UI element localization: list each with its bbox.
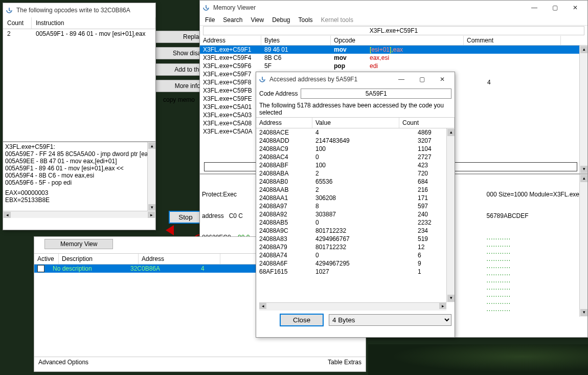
vscrollbar[interactable]: ▴ ▾ bbox=[147, 142, 155, 211]
scroll-down-icon[interactable]: ▾ bbox=[447, 295, 455, 302]
scroll-down-icon[interactable]: ▾ bbox=[580, 309, 587, 316]
hex-vscrollbar[interactable]: ▴ ▾ bbox=[579, 174, 587, 317]
ce-icon bbox=[202, 4, 210, 12]
accessed-row[interactable]: 24088ABA2720 bbox=[256, 169, 455, 178]
col-opcode[interactable]: Opcode bbox=[331, 36, 464, 45]
hex-ascii-header: 56789ABCDEF bbox=[487, 212, 579, 219]
close-button[interactable]: Close bbox=[280, 314, 324, 326]
reg-line: EBX=25133B8E bbox=[5, 196, 153, 204]
accessed-list[interactable]: 24088ACE4486924088ADD2147483649320724088… bbox=[256, 128, 455, 302]
disasm-row[interactable]: X3FL.exe+C59F189 46 01mov[esi+01],eax bbox=[200, 46, 587, 54]
menu-kernel-tools[interactable]: Kernel tools bbox=[321, 16, 353, 24]
close-button[interactable]: ✕ bbox=[565, 1, 585, 15]
accessed-row[interactable]: 24088A7980171223212 bbox=[256, 243, 455, 251]
minimize-button[interactable]: — bbox=[524, 1, 545, 15]
col-comment[interactable]: Comment bbox=[464, 36, 561, 45]
scroll-up-icon[interactable]: ▴ bbox=[580, 46, 587, 53]
hex-ascii-row: ........... bbox=[487, 241, 579, 248]
menu-view[interactable]: View bbox=[251, 16, 264, 24]
disasm-line: 005A59F4 - 8B C6 - mov eax,esi bbox=[5, 172, 153, 179]
accessed-row[interactable]: 24088A7406 bbox=[256, 251, 455, 259]
accessed-row[interactable]: 24088AC91001104 bbox=[256, 145, 455, 153]
menu-tools[interactable]: Tools bbox=[299, 16, 313, 24]
close-button[interactable]: ✕ bbox=[432, 72, 453, 86]
hscrollbar[interactable]: ◂ ▸ bbox=[259, 302, 446, 311]
scroll-left-icon[interactable]: ◂ bbox=[259, 303, 266, 309]
accessed-row[interactable]: 24088AB065536684 bbox=[256, 178, 455, 186]
advanced-options-button[interactable]: Advanced Options bbox=[34, 357, 324, 367]
col-value[interactable]: Value bbox=[312, 118, 399, 128]
accessed-row[interactable]: 24088ACE44869 bbox=[256, 128, 455, 137]
menu-file[interactable]: File bbox=[205, 16, 215, 24]
menu-debug[interactable]: Debug bbox=[272, 16, 290, 24]
hex-ascii-row: ........... bbox=[487, 248, 579, 255]
row-description: No description bbox=[53, 265, 130, 272]
window-title: Accessed addresses by 5A59F1 bbox=[269, 76, 391, 83]
table-extras-button[interactable]: Table Extras bbox=[324, 357, 366, 367]
accessed-row[interactable]: 24088A9C801712232234 bbox=[256, 227, 455, 235]
scroll-right-icon[interactable]: ▸ bbox=[439, 303, 446, 309]
accessed-row[interactable]: 24088A834294966767519 bbox=[256, 235, 455, 243]
col-count[interactable]: Count bbox=[399, 118, 455, 128]
scroll-right-icon[interactable]: ▸ bbox=[148, 212, 155, 218]
stop-button[interactable]: Stop bbox=[169, 211, 202, 224]
hex-ascii-row: ........... bbox=[487, 298, 579, 305]
accessed-addresses-window: Accessed addresses by 5A59F1 — ▢ ✕ Code … bbox=[256, 72, 455, 338]
scroll-down-icon[interactable]: ▾ bbox=[580, 166, 587, 173]
accessed-row[interactable]: 24088A978597 bbox=[256, 202, 455, 210]
col-address[interactable]: Address bbox=[139, 254, 220, 264]
col-description[interactable]: Description bbox=[59, 254, 139, 264]
hscrollbar[interactable]: ◂ ▸ bbox=[3, 211, 155, 218]
red-triangle-icon bbox=[166, 225, 174, 235]
accessed-row[interactable]: 24088AC402727 bbox=[256, 153, 455, 161]
vscrollbar[interactable]: ▴ ▾ bbox=[446, 128, 455, 302]
scroll-up-icon[interactable]: ▴ bbox=[447, 129, 455, 136]
disasm-row[interactable]: X3FL.exe+C59F65Fpopedi bbox=[200, 62, 587, 70]
minimize-button[interactable]: — bbox=[391, 72, 412, 86]
col-active[interactable]: Active bbox=[34, 254, 59, 264]
scroll-left-icon[interactable]: ◂ bbox=[4, 212, 11, 218]
memory-view-button[interactable]: Memory View bbox=[44, 239, 113, 249]
vscrollbar[interactable]: ▴ ▾ bbox=[579, 46, 587, 173]
hex-ascii-row: ........... bbox=[487, 234, 579, 241]
col-count[interactable]: Count bbox=[3, 17, 32, 29]
col-address[interactable]: Address bbox=[200, 36, 261, 45]
ce-icon bbox=[258, 75, 266, 83]
disasm-line: 005A59F6 - 5F - pop edi bbox=[5, 179, 153, 186]
ce-icon bbox=[5, 6, 13, 14]
accessed-row[interactable]: 24088ABF100423 bbox=[256, 161, 455, 169]
scroll-down-icon[interactable]: ▾ bbox=[148, 204, 155, 210]
menu-search[interactable]: Search bbox=[223, 16, 242, 24]
accessed-row[interactable]: 24088ADD21474836493207 bbox=[256, 137, 455, 145]
value-type-select[interactable]: 4 Bytes bbox=[329, 314, 451, 326]
code-address-label: Code Address bbox=[259, 90, 298, 97]
hex-ascii-row: ........... bbox=[487, 291, 579, 298]
accessed-row[interactable]: 24088A6F42949672959 bbox=[256, 259, 455, 268]
hex-ascii-row: ........... bbox=[487, 284, 579, 291]
col-bytes[interactable]: Bytes bbox=[261, 36, 331, 45]
opcode-row[interactable]: 2 005A59F1 - 89 46 01 - mov [esi+01],eax bbox=[3, 29, 155, 38]
maximize-button[interactable]: ▢ bbox=[412, 72, 432, 86]
active-checkbox[interactable] bbox=[37, 265, 44, 272]
disasm-row[interactable]: X3FL.exe+C59F48B C6moveax,esi bbox=[200, 54, 587, 62]
accessed-row[interactable]: 68AF161510271 bbox=[256, 268, 455, 276]
hex-header-module: 000 Size=1000 Module=X3FL.exe bbox=[487, 191, 579, 198]
col-instruction[interactable]: Instruction bbox=[32, 17, 155, 29]
opcode-count: 2 bbox=[7, 30, 36, 37]
accessed-row[interactable]: 24088AA1306208171 bbox=[256, 194, 455, 202]
module-address-bar[interactable]: X3FL.exe+C59F1 bbox=[203, 26, 584, 35]
hex-ascii-row: ........... bbox=[487, 270, 579, 277]
col-address[interactable]: Address bbox=[256, 118, 312, 128]
scroll-up-icon[interactable]: ▴ bbox=[148, 143, 155, 149]
code-address-input[interactable]: 5A59F1 bbox=[301, 89, 451, 99]
scroll-up-icon[interactable]: ▴ bbox=[580, 175, 587, 182]
accessed-row[interactable]: 24088AB502232 bbox=[256, 218, 455, 227]
opcode-list[interactable]: 2 005A59F1 - 89 46 01 - mov [esi+01],eax bbox=[3, 29, 155, 139]
accessed-row[interactable]: 24088AAB2216 bbox=[256, 186, 455, 194]
opcodes-window: The following opcodes write to 32C0B86A … bbox=[3, 3, 156, 230]
window-title: The following opcodes write to 32C0B86A bbox=[16, 7, 153, 14]
hex-ascii-row: ........... bbox=[487, 255, 579, 262]
accessed-row[interactable]: 24088A92303887240 bbox=[256, 210, 455, 218]
maximize-button[interactable]: ▢ bbox=[545, 1, 565, 15]
disassembler-header: Address Bytes Opcode Comment bbox=[200, 36, 587, 46]
